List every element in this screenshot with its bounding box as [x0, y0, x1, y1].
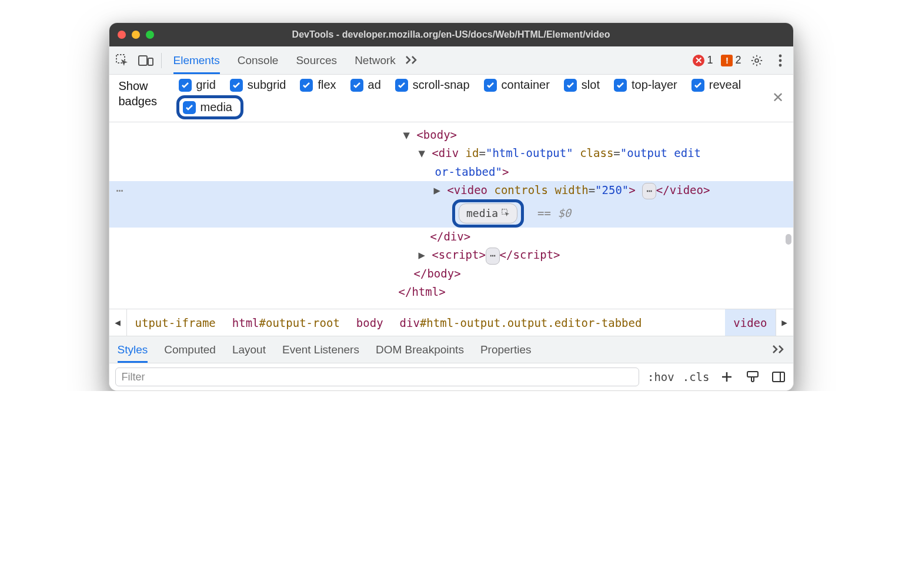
breadcrumb-item[interactable]: html#output-root	[224, 316, 348, 329]
checkbox-icon	[614, 79, 627, 92]
window-title: DevTools - developer.mozilla.org/en-US/d…	[109, 29, 793, 40]
svg-rect-9	[773, 372, 784, 382]
settings-icon[interactable]	[746, 50, 767, 71]
warnings-badge[interactable]: ! 2	[721, 54, 741, 66]
errors-badge[interactable]: ✕ 1	[693, 54, 713, 66]
styles-filter-row: :hov .cls	[109, 363, 793, 390]
issues-badges: ✕ 1 ! 2	[693, 54, 741, 66]
subtab-styles[interactable]: Styles	[118, 336, 148, 363]
new-style-rule-icon[interactable]	[718, 368, 736, 386]
errors-count: 1	[707, 54, 713, 66]
checkbox-icon	[300, 79, 313, 92]
devtools-window: DevTools - developer.mozilla.org/en-US/d…	[109, 22, 794, 391]
computed-sidebar-icon[interactable]	[770, 368, 787, 386]
svg-point-3	[755, 59, 759, 62]
tab-elements[interactable]: Elements	[173, 46, 220, 74]
more-subtabs-icon[interactable]	[772, 342, 785, 358]
inspect-element-icon[interactable]	[112, 50, 133, 71]
badge-reveal[interactable]: reveal	[691, 78, 741, 92]
subtab-event-listeners[interactable]: Event Listeners	[282, 336, 359, 363]
checkbox-icon	[350, 79, 363, 92]
svg-rect-8	[747, 372, 758, 377]
close-badges-row-icon[interactable]: ✕	[772, 89, 784, 106]
main-toolbar: Elements Console Sources Network ✕ 1 ! 2	[109, 46, 793, 75]
media-badge[interactable]: media	[459, 203, 517, 223]
subtab-computed[interactable]: Computed	[164, 336, 216, 363]
checkbox-icon	[564, 79, 577, 92]
badge-top-layer[interactable]: top-layer	[614, 78, 677, 92]
breadcrumb-item-active[interactable]: video	[725, 309, 775, 336]
badge-grid[interactable]: grid	[179, 78, 216, 92]
svg-rect-2	[148, 58, 153, 65]
svg-point-6	[779, 64, 781, 66]
inspect-icon	[502, 209, 511, 218]
tab-network[interactable]: Network	[355, 46, 396, 74]
badge-flex[interactable]: flex	[300, 78, 336, 92]
device-toolbar-icon[interactable]	[135, 50, 156, 71]
dom-node-video[interactable]: ⋯ ▶ <video controls width="250"> ⋯</vide…	[109, 181, 793, 199]
checkbox-icon	[395, 79, 408, 92]
svg-rect-1	[139, 56, 147, 65]
badges-config-row: Show badges grid subgrid flex ad scroll-…	[109, 75, 793, 122]
subtab-layout[interactable]: Layout	[232, 336, 266, 363]
badge-slot[interactable]: slot	[564, 78, 600, 92]
scrollbar-thumb[interactable]	[786, 234, 791, 245]
checkbox-icon	[179, 79, 192, 92]
kebab-menu-icon[interactable]	[770, 50, 791, 71]
badges-list: grid subgrid flex ad scroll-snap contain…	[179, 78, 761, 117]
badge-media[interactable]: media	[176, 95, 243, 119]
subtab-dom-breakpoints[interactable]: DOM Breakpoints	[376, 336, 464, 363]
dom-breadcrumbs: ◀ utput-iframe html#output-root body div…	[109, 309, 793, 336]
badge-scroll-snap[interactable]: scroll-snap	[395, 78, 470, 92]
main-tabs: Elements Console Sources Network	[173, 46, 396, 74]
more-tabs-icon[interactable]	[405, 53, 418, 68]
toggle-cls-button[interactable]: .cls	[683, 370, 710, 383]
paint-brush-icon[interactable]	[744, 368, 761, 386]
media-badge-highlight: media	[452, 199, 524, 228]
toggle-hov-button[interactable]: :hov	[647, 370, 674, 383]
breadcrumb-item[interactable]: body	[348, 316, 392, 329]
badges-label: Show badges	[119, 78, 168, 109]
svg-point-5	[779, 59, 781, 62]
checkbox-icon	[691, 79, 704, 92]
subtab-properties[interactable]: Properties	[480, 336, 532, 363]
styles-subtabs: Styles Computed Layout Event Listeners D…	[109, 336, 793, 363]
warnings-count: 2	[735, 54, 741, 66]
warning-icon: !	[721, 55, 733, 66]
separator	[161, 53, 162, 68]
breadcrumb-scroll-left-icon[interactable]: ◀	[109, 309, 127, 336]
checkbox-icon	[230, 79, 243, 92]
breadcrumb-item[interactable]: utput-iframe	[127, 316, 224, 329]
badge-container[interactable]: container	[484, 78, 550, 92]
ellipsis-icon[interactable]: ⋯	[486, 248, 500, 264]
breadcrumb-item[interactable]: div#html-output.output.editor-tabbed	[392, 316, 650, 329]
ellipsis-icon[interactable]: ⋯	[642, 183, 656, 199]
error-icon: ✕	[693, 55, 704, 66]
badge-subgrid[interactable]: subgrid	[230, 78, 286, 92]
dom-tree[interactable]: ▼ <<body>body> ▼ <div id="html-output" c…	[109, 122, 793, 309]
breadcrumb-scroll-right-icon[interactable]: ▶	[776, 309, 793, 336]
ellipsis-icon[interactable]: ⋯	[116, 181, 123, 201]
svg-point-4	[779, 54, 781, 57]
tab-console[interactable]: Console	[238, 46, 279, 74]
checkbox-icon	[183, 101, 196, 114]
checkbox-icon	[484, 79, 497, 92]
window-titlebar: DevTools - developer.mozilla.org/en-US/d…	[109, 23, 793, 46]
badge-ad[interactable]: ad	[350, 78, 381, 92]
styles-filter-input[interactable]	[115, 368, 639, 386]
tab-sources[interactable]: Sources	[296, 46, 337, 74]
